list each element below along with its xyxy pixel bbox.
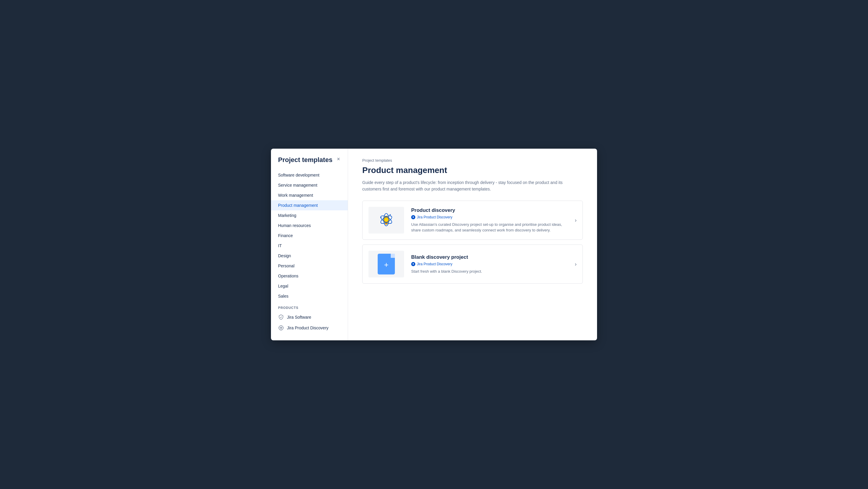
template-description: Start fresh with a blank Discovery proje…: [411, 268, 570, 275]
nav-list: Software developmentService managementWo…: [271, 170, 348, 301]
sidebar-item-finance[interactable]: Finance: [271, 231, 348, 241]
sidebar-item-software-development[interactable]: Software development: [271, 170, 348, 180]
template-description: Use Atlassian's curated Discovery projec…: [411, 222, 570, 233]
breadcrumb: Project templates: [362, 158, 583, 163]
template-card-product-discovery[interactable]: Product discovery ✦ Jira Product Discove…: [362, 201, 583, 240]
template-product-badge: ✦ Jira Product Discovery: [411, 215, 570, 219]
main-content: Project templates Product management Gui…: [348, 149, 597, 341]
product-label: Jira Software: [287, 315, 311, 320]
templates-list: Product discovery ✦ Jira Product Discove…: [362, 201, 583, 284]
template-info-product-discovery: Product discovery ✦ Jira Product Discove…: [411, 207, 570, 233]
sidebar-item-product-management[interactable]: Product management: [271, 200, 348, 210]
svg-rect-8: [385, 224, 388, 225]
sidebar-item-personal[interactable]: Personal: [271, 261, 348, 271]
template-product-name: Jira Product Discovery: [417, 215, 453, 219]
product-item-jira-software[interactable]: Jira Software: [271, 312, 348, 322]
page-title: Product management: [362, 166, 583, 175]
close-icon[interactable]: ×: [336, 156, 341, 162]
sidebar-item-operations[interactable]: Operations: [271, 271, 348, 281]
product-badge-dot: ✦: [411, 262, 415, 266]
template-icon-blank-discovery: +: [369, 251, 404, 278]
template-info-blank-discovery: Blank discovery project ✦ Jira Product D…: [411, 254, 570, 275]
page-description: Guide every step of a product's lifecycl…: [362, 179, 583, 193]
products-list: Jira Software Jira Product Discovery: [271, 312, 348, 333]
template-icon-product-discovery: [369, 207, 404, 233]
product-label: Jira Product Discovery: [287, 325, 329, 330]
sidebar-item-sales[interactable]: Sales: [271, 291, 348, 301]
sidebar-item-human-resources[interactable]: Human resources: [271, 221, 348, 231]
sidebar-item-legal[interactable]: Legal: [271, 281, 348, 291]
sidebar-header: Project templates ×: [271, 156, 348, 170]
sidebar-item-work-management[interactable]: Work management: [271, 190, 348, 200]
product-badge-dot: ✦: [411, 215, 415, 219]
chevron-right-icon: ›: [575, 217, 577, 224]
template-card-blank-discovery[interactable]: + Blank discovery project ✦ Jira Product…: [362, 244, 583, 284]
project-templates-modal: Project templates × Software development…: [271, 149, 597, 341]
chevron-right-icon: ›: [575, 261, 577, 267]
template-product-name: Jira Product Discovery: [417, 262, 453, 266]
sidebar-item-marketing[interactable]: Marketing: [271, 210, 348, 221]
sidebar-title: Project templates: [278, 156, 332, 164]
svg-point-12: [385, 218, 388, 221]
product-item-jira-product-discovery[interactable]: Jira Product Discovery: [271, 322, 348, 333]
template-name: Product discovery: [411, 207, 570, 213]
sidebar-item-it[interactable]: IT: [271, 241, 348, 251]
sidebar-item-design[interactable]: Design: [271, 251, 348, 261]
svg-point-1: [280, 327, 282, 329]
template-product-badge: ✦ Jira Product Discovery: [411, 262, 570, 266]
template-name: Blank discovery project: [411, 254, 570, 260]
sidebar: Project templates × Software development…: [271, 149, 348, 341]
sidebar-item-service-management[interactable]: Service management: [271, 180, 348, 190]
products-section-label: PRODUCTS: [271, 301, 348, 312]
